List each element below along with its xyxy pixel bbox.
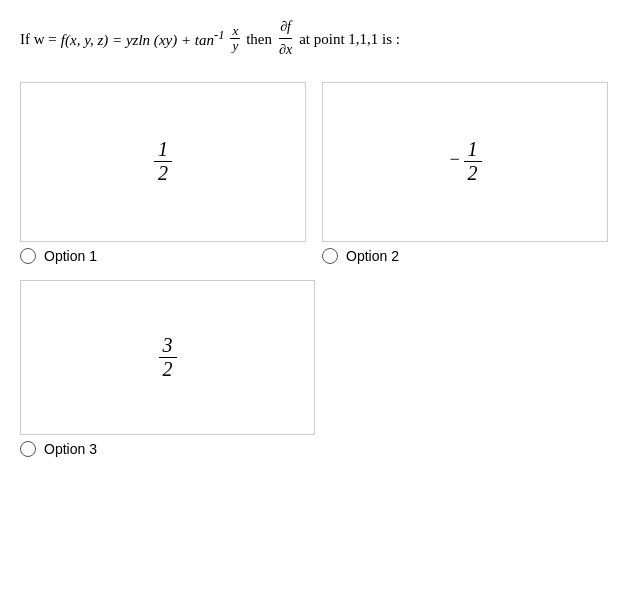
option1-box: 1 2	[20, 82, 306, 242]
question-header: If w = f(x, y, z) = yzln (xy) + tan-1 x …	[20, 16, 608, 62]
option2-box: − 1 2	[322, 82, 608, 242]
option3-denominator: 2	[159, 358, 177, 381]
option1-fraction: 1 2	[154, 138, 172, 185]
partial-derivative: ∂f ∂x	[276, 16, 295, 62]
if-w-text: If w =	[20, 27, 57, 51]
option1-radio[interactable]	[20, 248, 36, 264]
option3-label: Option 3	[44, 441, 97, 457]
options-grid: 1 2 Option 1 − 1 2 Option 2	[20, 82, 608, 264]
option2-label-row: Option 2	[322, 248, 608, 264]
option2-label: Option 2	[346, 248, 399, 264]
option3-radio[interactable]	[20, 441, 36, 457]
option3-label-row: Option 3	[20, 441, 320, 457]
option3-numerator: 3	[159, 334, 177, 358]
option1-denominator: 2	[154, 162, 172, 185]
option2-numerator: 1	[464, 138, 482, 162]
then-word: then	[246, 27, 272, 51]
option1-numerator: 1	[154, 138, 172, 162]
option3-fraction: 3 2	[159, 334, 177, 381]
option2-inner-fraction: 1 2	[464, 138, 482, 185]
option1-label: Option 1	[44, 248, 97, 264]
option2-wrapper: − 1 2 Option 2	[322, 82, 608, 264]
option1-wrapper: 1 2 Option 1	[20, 82, 306, 264]
options-bottom: 3 2 Option 3	[20, 280, 320, 457]
option2-fraction: − 1 2	[448, 138, 481, 185]
option2-neg-sign: −	[448, 149, 460, 170]
at-point-text: at point 1,1,1 is :	[299, 27, 400, 51]
option2-denominator: 2	[464, 162, 482, 185]
function-text: f(x, y, z) = yzln (xy) + tan-1	[61, 25, 225, 52]
x-over-y-frac: x y	[228, 24, 242, 54]
option2-radio[interactable]	[322, 248, 338, 264]
option1-label-row: Option 1	[20, 248, 306, 264]
option3-box: 3 2	[20, 280, 315, 435]
